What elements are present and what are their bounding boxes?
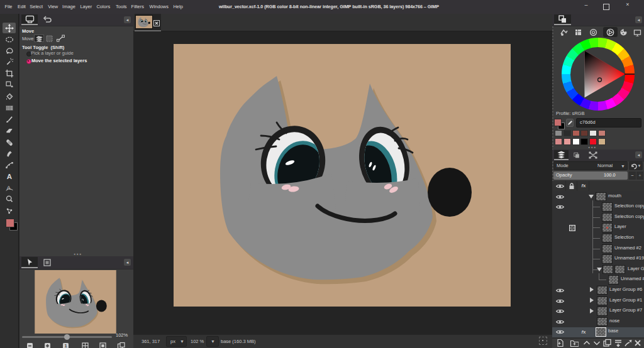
svg-text:1: 1 <box>64 343 67 348</box>
svg-text:A: A <box>6 173 12 180</box>
